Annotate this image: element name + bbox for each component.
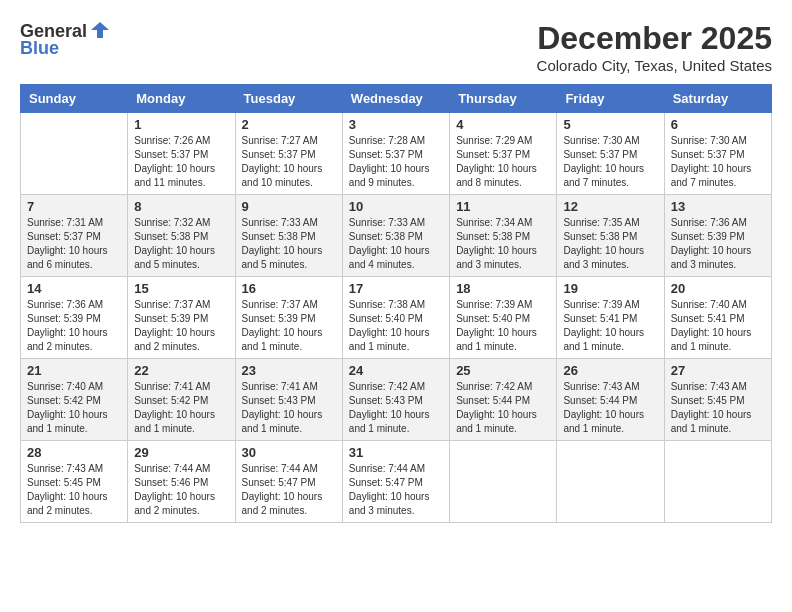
calendar-cell: 26Sunrise: 7:43 AM Sunset: 5:44 PM Dayli… [557,359,664,441]
calendar-week-row: 7Sunrise: 7:31 AM Sunset: 5:37 PM Daylig… [21,195,772,277]
day-number: 22 [134,363,228,378]
day-number: 6 [671,117,765,132]
day-number: 20 [671,281,765,296]
day-number: 21 [27,363,121,378]
day-number: 8 [134,199,228,214]
day-number: 4 [456,117,550,132]
day-number: 19 [563,281,657,296]
calendar-cell: 19Sunrise: 7:39 AM Sunset: 5:41 PM Dayli… [557,277,664,359]
day-info: Sunrise: 7:32 AM Sunset: 5:38 PM Dayligh… [134,216,228,272]
day-number: 17 [349,281,443,296]
day-info: Sunrise: 7:33 AM Sunset: 5:38 PM Dayligh… [242,216,336,272]
day-info: Sunrise: 7:44 AM Sunset: 5:46 PM Dayligh… [134,462,228,518]
day-number: 13 [671,199,765,214]
calendar-header-monday: Monday [128,85,235,113]
day-info: Sunrise: 7:42 AM Sunset: 5:44 PM Dayligh… [456,380,550,436]
logo-blue-text: Blue [20,38,59,59]
day-info: Sunrise: 7:36 AM Sunset: 5:39 PM Dayligh… [27,298,121,354]
svg-marker-0 [91,22,109,38]
day-info: Sunrise: 7:26 AM Sunset: 5:37 PM Dayligh… [134,134,228,190]
calendar-cell: 7Sunrise: 7:31 AM Sunset: 5:37 PM Daylig… [21,195,128,277]
calendar-cell [557,441,664,523]
calendar-cell: 20Sunrise: 7:40 AM Sunset: 5:41 PM Dayli… [664,277,771,359]
calendar-week-row: 21Sunrise: 7:40 AM Sunset: 5:42 PM Dayli… [21,359,772,441]
calendar-cell: 2Sunrise: 7:27 AM Sunset: 5:37 PM Daylig… [235,113,342,195]
calendar-cell: 22Sunrise: 7:41 AM Sunset: 5:42 PM Dayli… [128,359,235,441]
day-info: Sunrise: 7:38 AM Sunset: 5:40 PM Dayligh… [349,298,443,354]
day-info: Sunrise: 7:37 AM Sunset: 5:39 PM Dayligh… [242,298,336,354]
day-number: 16 [242,281,336,296]
day-number: 30 [242,445,336,460]
calendar-header-thursday: Thursday [450,85,557,113]
day-info: Sunrise: 7:41 AM Sunset: 5:42 PM Dayligh… [134,380,228,436]
day-info: Sunrise: 7:29 AM Sunset: 5:37 PM Dayligh… [456,134,550,190]
day-number: 9 [242,199,336,214]
day-info: Sunrise: 7:33 AM Sunset: 5:38 PM Dayligh… [349,216,443,272]
calendar-week-row: 28Sunrise: 7:43 AM Sunset: 5:45 PM Dayli… [21,441,772,523]
day-number: 1 [134,117,228,132]
header: General Blue December 2025 Colorado City… [20,20,772,74]
day-info: Sunrise: 7:43 AM Sunset: 5:45 PM Dayligh… [27,462,121,518]
day-info: Sunrise: 7:37 AM Sunset: 5:39 PM Dayligh… [134,298,228,354]
calendar-cell: 21Sunrise: 7:40 AM Sunset: 5:42 PM Dayli… [21,359,128,441]
day-number: 31 [349,445,443,460]
day-number: 24 [349,363,443,378]
day-number: 11 [456,199,550,214]
day-number: 12 [563,199,657,214]
calendar-cell: 3Sunrise: 7:28 AM Sunset: 5:37 PM Daylig… [342,113,449,195]
calendar-header-friday: Friday [557,85,664,113]
day-info: Sunrise: 7:34 AM Sunset: 5:38 PM Dayligh… [456,216,550,272]
day-number: 15 [134,281,228,296]
day-info: Sunrise: 7:44 AM Sunset: 5:47 PM Dayligh… [242,462,336,518]
calendar-week-row: 1Sunrise: 7:26 AM Sunset: 5:37 PM Daylig… [21,113,772,195]
calendar-cell: 23Sunrise: 7:41 AM Sunset: 5:43 PM Dayli… [235,359,342,441]
day-number: 10 [349,199,443,214]
calendar-cell: 28Sunrise: 7:43 AM Sunset: 5:45 PM Dayli… [21,441,128,523]
calendar-cell: 14Sunrise: 7:36 AM Sunset: 5:39 PM Dayli… [21,277,128,359]
day-info: Sunrise: 7:41 AM Sunset: 5:43 PM Dayligh… [242,380,336,436]
day-number: 26 [563,363,657,378]
calendar-cell: 6Sunrise: 7:30 AM Sunset: 5:37 PM Daylig… [664,113,771,195]
calendar-cell: 13Sunrise: 7:36 AM Sunset: 5:39 PM Dayli… [664,195,771,277]
day-info: Sunrise: 7:39 AM Sunset: 5:41 PM Dayligh… [563,298,657,354]
day-number: 3 [349,117,443,132]
calendar-table: SundayMondayTuesdayWednesdayThursdayFrid… [20,84,772,523]
calendar-header-tuesday: Tuesday [235,85,342,113]
calendar-cell: 12Sunrise: 7:35 AM Sunset: 5:38 PM Dayli… [557,195,664,277]
calendar-cell: 9Sunrise: 7:33 AM Sunset: 5:38 PM Daylig… [235,195,342,277]
day-info: Sunrise: 7:31 AM Sunset: 5:37 PM Dayligh… [27,216,121,272]
calendar-header-wednesday: Wednesday [342,85,449,113]
day-number: 5 [563,117,657,132]
calendar-cell: 29Sunrise: 7:44 AM Sunset: 5:46 PM Dayli… [128,441,235,523]
day-number: 23 [242,363,336,378]
calendar-cell: 4Sunrise: 7:29 AM Sunset: 5:37 PM Daylig… [450,113,557,195]
calendar-cell: 5Sunrise: 7:30 AM Sunset: 5:37 PM Daylig… [557,113,664,195]
day-number: 14 [27,281,121,296]
calendar-cell: 15Sunrise: 7:37 AM Sunset: 5:39 PM Dayli… [128,277,235,359]
day-info: Sunrise: 7:40 AM Sunset: 5:41 PM Dayligh… [671,298,765,354]
day-info: Sunrise: 7:28 AM Sunset: 5:37 PM Dayligh… [349,134,443,190]
day-info: Sunrise: 7:39 AM Sunset: 5:40 PM Dayligh… [456,298,550,354]
calendar-cell: 16Sunrise: 7:37 AM Sunset: 5:39 PM Dayli… [235,277,342,359]
location-title: Colorado City, Texas, United States [537,57,772,74]
day-info: Sunrise: 7:43 AM Sunset: 5:44 PM Dayligh… [563,380,657,436]
calendar-cell [21,113,128,195]
calendar-cell: 8Sunrise: 7:32 AM Sunset: 5:38 PM Daylig… [128,195,235,277]
calendar-cell: 17Sunrise: 7:38 AM Sunset: 5:40 PM Dayli… [342,277,449,359]
calendar-cell: 24Sunrise: 7:42 AM Sunset: 5:43 PM Dayli… [342,359,449,441]
day-number: 25 [456,363,550,378]
day-info: Sunrise: 7:30 AM Sunset: 5:37 PM Dayligh… [563,134,657,190]
day-info: Sunrise: 7:42 AM Sunset: 5:43 PM Dayligh… [349,380,443,436]
calendar-cell: 31Sunrise: 7:44 AM Sunset: 5:47 PM Dayli… [342,441,449,523]
calendar-cell: 18Sunrise: 7:39 AM Sunset: 5:40 PM Dayli… [450,277,557,359]
calendar-cell [664,441,771,523]
day-info: Sunrise: 7:27 AM Sunset: 5:37 PM Dayligh… [242,134,336,190]
day-info: Sunrise: 7:44 AM Sunset: 5:47 PM Dayligh… [349,462,443,518]
day-info: Sunrise: 7:30 AM Sunset: 5:37 PM Dayligh… [671,134,765,190]
day-info: Sunrise: 7:35 AM Sunset: 5:38 PM Dayligh… [563,216,657,272]
day-number: 2 [242,117,336,132]
day-number: 7 [27,199,121,214]
calendar-cell: 10Sunrise: 7:33 AM Sunset: 5:38 PM Dayli… [342,195,449,277]
day-number: 27 [671,363,765,378]
calendar-cell: 27Sunrise: 7:43 AM Sunset: 5:45 PM Dayli… [664,359,771,441]
